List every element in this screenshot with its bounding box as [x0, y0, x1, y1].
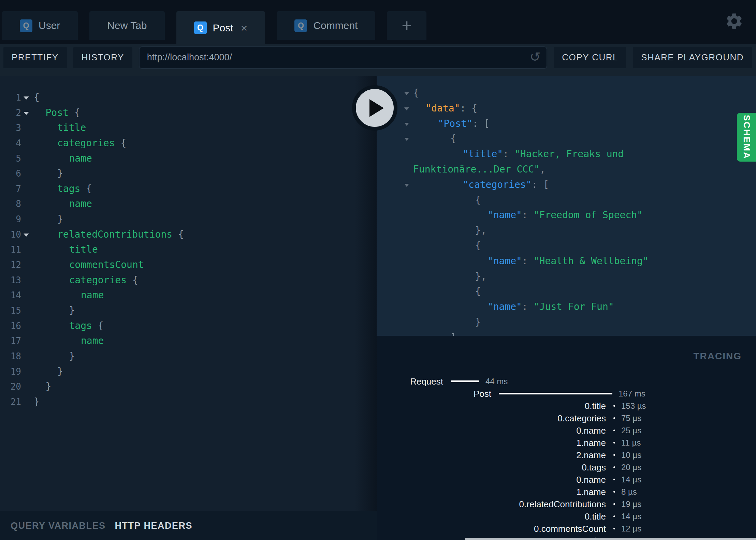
query-editor-pane[interactable]: 1{2Post {3title4categories {5name6}7tags…	[0, 76, 377, 511]
share-playground-button[interactable]: SHARE PLAYGROUND	[633, 47, 752, 68]
settings-button[interactable]	[725, 12, 744, 31]
code-text: name	[81, 288, 104, 303]
fold-caret-icon[interactable]	[24, 234, 29, 237]
json-text: },	[475, 223, 487, 238]
trace-row: 1.name8 µs	[377, 486, 756, 498]
query-variables-tab[interactable]: QUERY VARIABLES	[11, 521, 106, 531]
fold-caret-icon[interactable]	[404, 107, 409, 110]
editor-line[interactable]: 16tags {	[0, 318, 377, 334]
editor-line[interactable]: 20}	[0, 379, 377, 394]
code-text: categories {	[69, 273, 138, 288]
response-line: "categories": [	[377, 177, 756, 193]
editor-line[interactable]: 13categories {	[0, 273, 377, 288]
fold-caret-icon[interactable]	[404, 92, 409, 95]
trace-row: Request44 ms	[377, 375, 756, 388]
code-text: }	[57, 212, 63, 227]
query-type-badge: Q	[20, 19, 32, 32]
trace-field-label: 0.name	[576, 474, 606, 486]
tab-new-tab[interactable]: New Tab	[89, 11, 164, 40]
execute-query-button[interactable]	[352, 85, 397, 131]
prettify-button[interactable]: PRETTIFY	[3, 47, 67, 68]
close-tab-icon[interactable]: ×	[241, 22, 248, 34]
editor-line[interactable]: 9}	[0, 212, 377, 227]
editor-line[interactable]: 7tags {	[0, 181, 377, 197]
trace-field-label: 2.name	[576, 449, 606, 461]
fold-caret-icon[interactable]	[24, 96, 29, 100]
editor-line[interactable]: 3title	[0, 120, 377, 136]
line-number: 1	[0, 90, 21, 105]
fold-caret-icon[interactable]	[404, 184, 409, 187]
code-text: Post {	[46, 105, 80, 121]
editor-line[interactable]: 2Post {	[0, 105, 377, 121]
code-text: }	[69, 349, 75, 364]
editor-line[interactable]: 6}	[0, 166, 377, 181]
trace-row: 0.categories75 µs	[377, 412, 756, 424]
tab-label: Comment	[313, 20, 358, 31]
editor-line[interactable]: 12commentsCount	[0, 257, 377, 273]
trace-row: 0.commentsCount12 µs	[377, 523, 756, 535]
trace-row: 2.name10 µs	[377, 449, 756, 461]
editor-line[interactable]: 18}	[0, 349, 377, 364]
http-headers-tab[interactable]: HTTP HEADERS	[115, 521, 193, 531]
copy-curl-button[interactable]: COPY CURL	[554, 47, 626, 68]
add-tab-button[interactable]: +	[387, 11, 426, 40]
reload-schema-icon[interactable]: ↺	[530, 50, 541, 63]
trace-duration-bar	[613, 466, 615, 468]
line-number: 3	[0, 120, 21, 136]
trace-field-label: 0.title	[585, 510, 606, 523]
editor-line[interactable]: 17name	[0, 333, 377, 349]
trace-duration-bar	[499, 393, 612, 394]
trace-duration-value: 25 µs	[621, 424, 641, 437]
editor-line[interactable]: 21}	[0, 394, 377, 410]
horizontal-scrollbar[interactable]	[465, 538, 756, 540]
trace-field-label: Request	[410, 375, 443, 388]
line-number: 5	[0, 151, 21, 166]
trace-row: 0.tags20 µs	[377, 461, 756, 474]
json-text: "name": "Just For Fun"	[488, 299, 614, 315]
trace-duration-value: 20 µs	[621, 461, 641, 474]
editor-line[interactable]: 10relatedContributions {	[0, 227, 377, 242]
trace-row: Post167 ms	[377, 388, 756, 400]
editor-line[interactable]: 11title	[0, 242, 377, 257]
trace-duration-value: 12 µs	[621, 523, 641, 535]
code-text: commentsCount	[69, 257, 144, 273]
tab-label: Post	[213, 22, 233, 34]
fold-caret-icon[interactable]	[404, 123, 409, 126]
fold-caret-icon[interactable]	[24, 112, 29, 115]
line-number: 21	[0, 394, 21, 410]
history-button[interactable]: HISTORY	[73, 47, 132, 68]
editor-line[interactable]: 4categories {	[0, 136, 377, 151]
query-type-badge: Q	[194, 21, 207, 34]
schema-side-tab[interactable]: SCHEMA	[737, 113, 756, 162]
editor-line[interactable]: 19}	[0, 364, 377, 379]
trace-duration-bar	[613, 503, 615, 505]
code-text: tags {	[57, 181, 92, 197]
toolbar: PRETTIFY HISTORY ↺ COPY CURL SHARE PLAYG…	[0, 44, 756, 76]
editor-line[interactable]: 1{	[0, 90, 377, 105]
json-text: {	[450, 131, 456, 147]
trace-field-label: 0.tags	[582, 461, 606, 474]
line-number: 18	[0, 349, 21, 364]
trace-row: 0.name14 µs	[377, 474, 756, 486]
endpoint-url-input[interactable]	[147, 52, 500, 63]
trace-duration-bar	[613, 442, 615, 444]
endpoint-url-box: ↺	[139, 46, 548, 69]
tab-comment[interactable]: QComment	[277, 11, 375, 40]
trace-row: 0.relatedContributions19 µs	[377, 498, 756, 510]
code-text: }	[46, 379, 52, 394]
trace-field-label: 0.title	[585, 400, 606, 412]
code-text: title	[69, 242, 98, 257]
editor-line[interactable]: 15}	[0, 303, 377, 318]
editor-line[interactable]: 5name	[0, 151, 377, 166]
trace-duration-bar	[613, 491, 615, 493]
trace-field-label: 0.commentsCount	[534, 523, 606, 535]
editor-line[interactable]: 14name	[0, 288, 377, 303]
tab-user[interactable]: QUser	[2, 11, 78, 40]
response-line: "Post": [	[377, 116, 756, 132]
tab-post[interactable]: QPost×	[176, 11, 265, 44]
fold-caret-icon[interactable]	[404, 138, 409, 141]
trace-duration-value: 8 µs	[621, 486, 637, 498]
tracing-title: TRACING	[693, 351, 742, 362]
editor-line[interactable]: 8name	[0, 196, 377, 212]
line-number: 15	[0, 303, 21, 318]
